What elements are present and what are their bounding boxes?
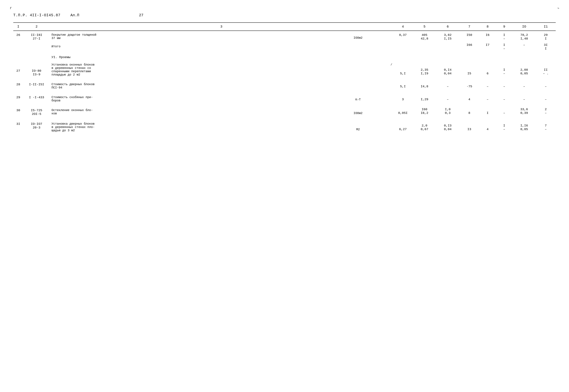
row-code: II-I8I 27-I: [23, 31, 50, 42]
row-col6: –: [436, 80, 459, 91]
row-desc: Установка оконных блоковв деревянных сте…: [50, 61, 323, 78]
row-col11: II– .: [536, 61, 556, 78]
row-col6: I,00,3: [436, 106, 459, 117]
row-col10: I,I60,05: [512, 120, 536, 133]
spacer-row: [13, 117, 556, 120]
row-col4: 5,I: [393, 80, 413, 91]
row-code: IO-IO7 20-3: [23, 120, 50, 133]
row-col7: I66: [459, 42, 479, 52]
row-unit: М2: [323, 120, 393, 133]
row-col9: I–: [496, 42, 512, 52]
row-col5: 2,00,67: [413, 120, 436, 133]
row-col5: 2,35I,I9: [413, 61, 436, 78]
row-col7: I3: [459, 120, 479, 133]
row-col5: I,29: [413, 93, 436, 104]
row-col8: –: [479, 93, 496, 104]
row-col5: I4,8: [413, 80, 436, 91]
row-col4: 6,27: [393, 120, 413, 133]
col-header-6: 6: [436, 23, 459, 31]
row-code: I5-725 2OI-5: [23, 106, 50, 117]
row-unit: IOOм2: [323, 31, 393, 42]
header: Т.П.Р. 4II-I-OI45.87 Ал.П 27: [13, 13, 556, 17]
row-unit: /: [323, 61, 393, 78]
col-header-5: 5: [413, 23, 436, 31]
column-header-row: I 2 3 4 5 6 7 8 9 IO I1: [13, 23, 556, 31]
table-row: 29 I -I-433 Стоимость скобяных при-боров…: [13, 93, 556, 104]
row-col4: 0,05I: [393, 106, 413, 117]
row-col11: 7–: [536, 120, 556, 133]
col-header-1: I: [13, 23, 23, 31]
table-row: 27 IO-80 I3-9 Установка оконных блоковв …: [13, 61, 556, 78]
row-col5: [413, 42, 436, 52]
row-col8: –: [479, 80, 496, 91]
row-unit: IOOм2: [323, 106, 393, 117]
col-header-2: 2: [23, 23, 50, 31]
row-col4: 0,37: [393, 31, 413, 42]
row-col7: ·75: [459, 80, 479, 91]
col-header-4: 4: [393, 23, 413, 31]
row-desc: Остекление оконных бло-ков: [50, 106, 323, 117]
main-table: I 2 3 4 5 6 7 8 9 IO I1 26 II-I8I 27-I П…: [13, 22, 556, 133]
table-row: 26 II-I8I 27-I Покрытие дощатое толщиной…: [13, 31, 556, 42]
row-col11: –: [536, 93, 556, 104]
row-num: 3I: [13, 120, 23, 133]
row-col10: 78,2I,48: [512, 31, 536, 42]
spacer-row: [13, 78, 556, 80]
row-col9: I–: [496, 61, 512, 78]
row-col11: 29I: [536, 31, 556, 42]
row-unit: К–Т: [323, 93, 393, 104]
row-unit: [323, 80, 393, 91]
row-col10: –: [512, 80, 536, 91]
row-col4: [393, 42, 413, 52]
spacer-row: [13, 104, 556, 106]
row-col7: I50: [459, 31, 479, 42]
table-row: 3I IO-IO7 20-3 Установка дверных блоковв…: [13, 120, 556, 133]
row-col9: I–: [496, 120, 512, 133]
col-header-10: IO: [512, 23, 536, 31]
row-code: IO-80 I3-9: [23, 61, 50, 78]
row-col9: –: [496, 93, 512, 104]
row-col6: 0,I30,04: [436, 120, 459, 133]
row-col10: –: [512, 93, 536, 104]
row-col6: –: [436, 93, 459, 104]
row-col8: 6: [479, 61, 496, 78]
row-col7: 4: [459, 93, 479, 104]
row-col7: I5: [459, 61, 479, 78]
col-header-11: I1: [536, 23, 556, 31]
spacer-row: [13, 91, 556, 93]
row-code: [23, 52, 50, 61]
table-row-itogo: Итого I66 I7 I– – 3II: [13, 42, 556, 52]
row-col11: 2–: [536, 106, 556, 117]
col-header-7: 7: [459, 23, 479, 31]
row-col10: 33,60,39: [512, 106, 536, 117]
row-col7: 8: [459, 106, 479, 117]
row-col9: I–: [496, 31, 512, 42]
row-num: 28: [13, 80, 23, 91]
row-col8: 4: [479, 120, 496, 133]
row-num: [13, 52, 23, 61]
section-title: УI. Проемы: [50, 52, 393, 61]
row-col11: –: [536, 80, 556, 91]
table-row: 30 I5-725 2OI-5 Остекление оконных бло-к…: [13, 106, 556, 117]
col-header-3: 3: [50, 23, 393, 31]
table-section-row: УI. Проемы: [13, 52, 556, 61]
row-col4: 5,I: [393, 61, 413, 78]
corner-tr: ¬: [557, 7, 559, 10]
row-col6: 3,82I,I5: [436, 31, 459, 42]
corner-tl: Г: [10, 7, 12, 10]
col-header-9: 9: [496, 23, 512, 31]
row-col9: –: [496, 80, 512, 91]
row-col9: –: [496, 106, 512, 117]
row-code: [23, 42, 50, 52]
header-page: 27: [139, 13, 143, 17]
row-desc: Покрытие дощатое толщиной37 мм: [50, 31, 323, 42]
col-header-8: 8: [479, 23, 496, 31]
row-num: 27: [13, 61, 23, 78]
row-col5: I60I8,2: [413, 106, 436, 117]
row-col4: 3: [393, 93, 413, 104]
row-desc-itogo: Итого: [50, 42, 323, 52]
row-unit: [323, 42, 393, 52]
row-col6: 0,I40,04: [436, 61, 459, 78]
row-col8: I7: [479, 42, 496, 52]
row-col8: I6: [479, 31, 496, 42]
